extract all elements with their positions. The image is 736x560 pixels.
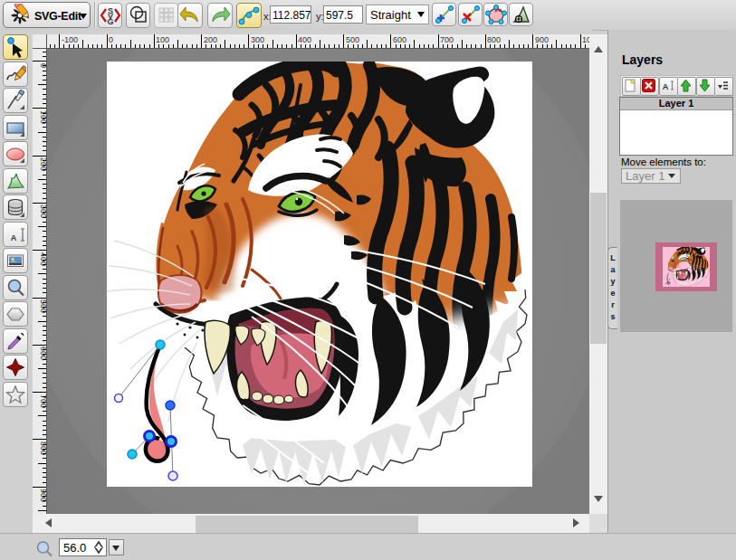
svg-text:900: 900: [39, 489, 46, 502]
svg-text:400: 400: [298, 35, 311, 44]
svg-text:G: G: [107, 17, 113, 26]
svg-text:A: A: [11, 233, 17, 242]
svg-text:200: 200: [204, 35, 217, 44]
svg-text:800: 800: [39, 441, 46, 455]
svg-text:100: 100: [39, 110, 46, 124]
svg-text:500: 500: [346, 35, 359, 44]
svg-text:900: 900: [535, 35, 549, 44]
svg-text:200: 200: [39, 157, 46, 171]
svg-text:A: A: [663, 82, 669, 91]
svg-text:600: 600: [393, 35, 406, 44]
svg-text:300: 300: [39, 204, 46, 218]
svg-text:400: 400: [39, 252, 46, 266]
svg-text:100: 100: [156, 35, 169, 44]
svg-text:700: 700: [39, 394, 46, 408]
svg-text:800: 800: [487, 35, 501, 44]
svg-text:500: 500: [39, 299, 46, 313]
svg-text:600: 600: [39, 346, 46, 360]
svg-text:700: 700: [440, 35, 454, 44]
svg-text:0: 0: [109, 35, 113, 44]
svg-text:300: 300: [251, 35, 264, 44]
svg-text:-100: -100: [62, 35, 78, 44]
